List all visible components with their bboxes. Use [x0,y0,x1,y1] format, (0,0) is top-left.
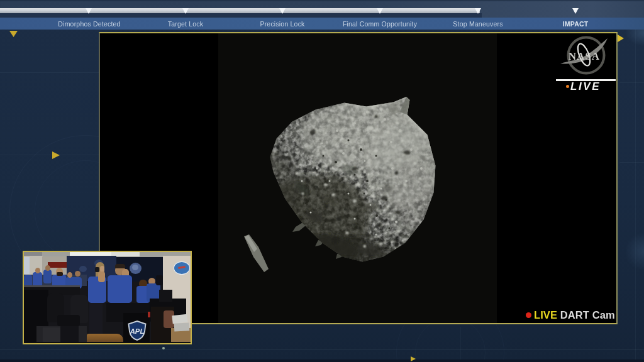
svg-text:NASA: NASA [569,50,600,62]
svg-text:APL: APL [130,327,145,335]
